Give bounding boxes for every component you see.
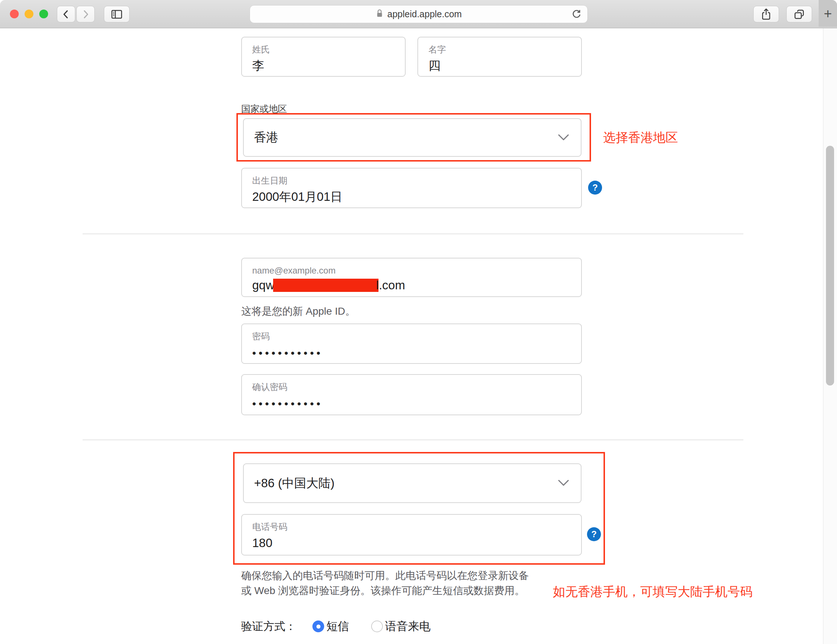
chevron-left-icon [61, 9, 72, 20]
chevron-down-icon [557, 476, 570, 490]
phone-number-field[interactable]: 电话号码 180 [241, 514, 582, 555]
first-name-value: 四 [428, 58, 581, 74]
section-divider [83, 439, 743, 440]
phone-note-line2: 或 Web 浏览器时验证身份。该操作可能产生短信或数据费用。 [241, 583, 557, 598]
region-select-value: 香港 [254, 129, 278, 146]
phone-country-code-select[interactable]: +86 (中国大陆) [243, 463, 581, 503]
confirm-password-label: 确认密码 [252, 381, 581, 393]
first-name-field[interactable]: 名字 四 [417, 37, 582, 77]
chevron-down-icon [557, 131, 570, 145]
apple-id-note: 这将是您的新 Apple ID。 [241, 304, 355, 319]
phone-tip-annotation: 如无香港手机，可填写大陆手机号码 [553, 583, 753, 600]
question-mark-icon: ? [591, 529, 597, 539]
phone-usage-note: 确保您输入的电话号码随时可用。此电话号码以在您登录新设备 或 Web 浏览器时验… [241, 568, 557, 598]
email-placeholder-label: name@example.com [252, 265, 581, 276]
last-name-field[interactable]: 姓氏 李 [241, 37, 405, 77]
email-field[interactable]: name@example.com gqw l.com [241, 258, 582, 297]
minimize-window-button[interactable] [25, 10, 33, 18]
birth-date-help-button[interactable]: ? [588, 181, 602, 195]
reload-icon[interactable] [571, 8, 582, 22]
appleid-signup-page: 姓氏 李 名字 四 国家或地区 香港 选择香港地区 出生日期 2000年01月0… [0, 29, 837, 644]
scrollbar-thumb[interactable] [826, 146, 834, 386]
first-name-label: 名字 [428, 44, 581, 55]
phone-note-line1: 确保您输入的电话号码随时可用。此电话号码以在您登录新设备 [241, 568, 557, 583]
last-name-value: 李 [252, 58, 405, 74]
birth-date-field[interactable]: 出生日期 2000年01月01日 [241, 168, 582, 208]
birth-date-label: 出生日期 [252, 175, 581, 186]
back-button[interactable] [57, 6, 75, 22]
phone-number-value: 180 [252, 535, 581, 551]
close-window-button[interactable] [10, 10, 19, 18]
sidebar-toggle-button[interactable] [104, 6, 130, 22]
tab-overview-button[interactable] [786, 6, 812, 22]
sidebar-icon [110, 8, 123, 21]
email-prefix: gqw [252, 278, 275, 292]
redaction-box [273, 279, 379, 292]
sms-radio-label: 短信 [327, 619, 349, 634]
tabs-icon [793, 8, 806, 21]
sms-radio[interactable] [312, 621, 324, 632]
share-button[interactable] [753, 6, 779, 22]
share-icon [760, 8, 772, 21]
confirm-password-masked-value: ••••••••••• [252, 398, 581, 410]
birth-date-value: 2000年01月01日 [252, 189, 581, 205]
voice-call-radio[interactable] [371, 621, 383, 632]
confirm-password-field[interactable]: 确认密码 ••••••••••• [241, 374, 582, 415]
section-divider [83, 233, 743, 234]
password-masked-value: ••••••••••• [252, 347, 581, 360]
url-text: appleid.apple.com [387, 9, 462, 20]
password-field[interactable]: 密码 ••••••••••• [241, 324, 582, 364]
address-bar[interactable]: appleid.apple.com [249, 5, 588, 23]
region-select[interactable]: 香港 [243, 118, 581, 157]
phone-help-button[interactable]: ? [587, 527, 601, 541]
chevron-right-icon [80, 9, 91, 20]
new-tab-button[interactable]: + [819, 0, 837, 27]
safari-window: appleid.apple.com [0, 0, 837, 644]
phone-number-label: 电话号码 [252, 521, 581, 532]
password-label: 密码 [252, 331, 581, 342]
zoom-window-button[interactable] [39, 10, 48, 18]
verification-method-row: 验证方式： 短信 语音来电 [241, 619, 431, 634]
forward-button[interactable] [76, 6, 95, 22]
region-tip-annotation: 选择香港地区 [603, 129, 678, 146]
verification-method-label: 验证方式： [241, 619, 296, 634]
question-mark-icon: ? [592, 182, 598, 193]
phone-country-code-value: +86 (中国大陆) [254, 475, 335, 492]
voice-call-radio-label: 语音来电 [385, 619, 431, 634]
last-name-label: 姓氏 [252, 44, 405, 55]
lock-icon [376, 8, 384, 20]
plus-icon: + [824, 7, 832, 21]
email-suffix: l.com [376, 278, 405, 292]
email-value: gqw l.com [252, 278, 581, 292]
scrollbar-track[interactable] [823, 28, 837, 644]
browser-toolbar: appleid.apple.com [0, 0, 837, 28]
